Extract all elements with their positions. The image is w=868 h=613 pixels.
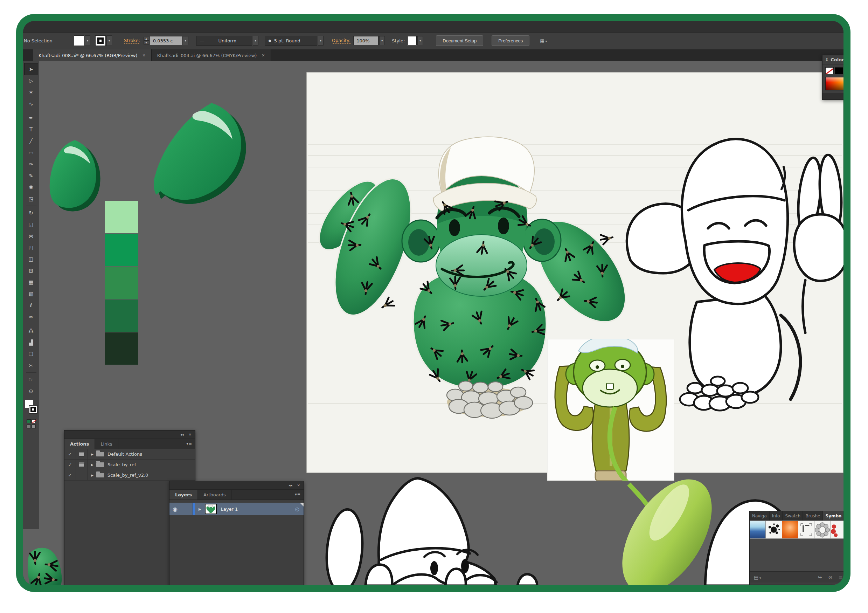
style-swatch[interactable] [408, 36, 417, 45]
dialog-toggle[interactable] [76, 449, 88, 459]
break-link-icon[interactable]: ⊘ [828, 574, 832, 580]
green-swatch-column[interactable] [105, 201, 138, 365]
white-swatch[interactable] [844, 67, 848, 74]
expand-icon[interactable]: ▶ [91, 453, 93, 456]
tab-navigator[interactable]: Naviga [750, 511, 770, 520]
lock-toggle[interactable] [181, 503, 192, 515]
panel-menu-icon[interactable]: ▾≡ [295, 492, 301, 497]
close-panel-icon[interactable]: ✕ [189, 433, 192, 436]
panel-collapse-icon[interactable]: ⇕ [825, 57, 828, 62]
hand-tool[interactable]: ☞ [25, 374, 38, 385]
gradient-tool[interactable]: ▧ [25, 288, 38, 300]
preferences-button[interactable]: Preferences [491, 36, 529, 46]
blend-tool[interactable]: ∞ [25, 311, 38, 323]
pencil-tool[interactable]: ✎ [25, 170, 38, 182]
fill-color-control[interactable]: ▾ [73, 36, 90, 46]
tab-links[interactable]: Links [95, 439, 118, 449]
swatch-green-3[interactable] [105, 267, 138, 299]
free-transform-tool[interactable]: ◰ [25, 242, 38, 253]
symbol-wreath[interactable] [814, 520, 831, 539]
none-button[interactable] [31, 419, 36, 423]
tab-layers[interactable]: Layers [169, 490, 198, 500]
draw-normal-button[interactable] [26, 425, 31, 428]
blob-brush-tool[interactable]: ✺ [25, 182, 38, 193]
line-segment-tool[interactable]: ╱ [25, 135, 38, 147]
place-symbol-icon[interactable]: ↪ [818, 574, 822, 580]
none-swatch[interactable] [825, 67, 834, 74]
expand-icon[interactable]: ▶ [91, 463, 93, 467]
perspective-grid-tool[interactable]: ⊞ [25, 265, 38, 276]
workspace-icon[interactable]: ▦ ▾ [540, 38, 547, 43]
color-spectrum[interactable] [825, 77, 851, 90]
opacity-dropdown-icon[interactable]: ▾ [379, 36, 385, 45]
symbol-ink-splat[interactable] [766, 520, 782, 539]
selection-tool[interactable]: ➤ [25, 64, 38, 75]
symbol-sprayer-tool[interactable]: ⁂ [25, 325, 38, 337]
tab-swatches[interactable]: Swatch [783, 511, 803, 520]
close-panel-icon[interactable]: ✕ [297, 483, 300, 487]
style-control[interactable]: ▾ [408, 36, 423, 45]
paintbrush-tool[interactable]: ✑ [25, 158, 38, 170]
mesh-tool[interactable]: ▦ [25, 276, 38, 288]
draw-mode-row[interactable] [26, 425, 36, 428]
swatch-green-5[interactable] [105, 332, 138, 365]
document-setup-button[interactable]: Document Setup [436, 36, 483, 46]
symbol-library-icon[interactable]: ▤ ▾ [754, 574, 761, 580]
stroke-weight-dropdown-icon[interactable]: ▾ [183, 36, 188, 45]
toggle-check[interactable]: ✓ [64, 449, 76, 459]
opacity-label[interactable]: Opacity: [332, 38, 350, 44]
doc-tab-2[interactable]: Khaftsadi_004.ai @ 66.67% (CMYK/Preview)… [152, 50, 271, 61]
tab-artboards[interactable]: Artboards [198, 490, 232, 500]
stroke-stepper[interactable]: ▲ ▼ [144, 37, 149, 45]
lasso-tool[interactable]: ∿ [25, 98, 38, 110]
target-icon[interactable]: ◎ [295, 506, 299, 512]
dialog-toggle[interactable] [76, 459, 88, 470]
tab-actions[interactable]: Actions [64, 439, 95, 449]
swatch-green-1[interactable] [105, 201, 138, 233]
rotate-tool[interactable]: ↻ [25, 207, 38, 219]
screen-mode-button[interactable] [31, 425, 36, 428]
shape-builder-tool[interactable]: ◫ [25, 253, 38, 265]
stroke-color-control[interactable]: ▾ [95, 36, 112, 46]
collapse-panel-icon[interactable]: ◂◂ [289, 483, 292, 487]
symbol-red-partial[interactable] [831, 520, 843, 539]
visibility-toggle[interactable]: ◉ [169, 503, 181, 515]
doc-tab-2-close-icon[interactable]: ✕ [262, 53, 265, 58]
style-dropdown-icon[interactable]: ▾ [417, 36, 423, 45]
symbol-orange-orb[interactable] [782, 520, 798, 539]
layer-row[interactable]: ◉ ▶ Layer 1 ◎ [169, 503, 304, 515]
width-profile-select[interactable]: — Uniform [196, 36, 252, 45]
black-swatch[interactable] [835, 67, 843, 74]
fill-dropdown-icon[interactable]: ▾ [85, 36, 90, 46]
width-tool[interactable]: ⋈ [25, 230, 38, 242]
brush-dropdown-icon[interactable]: ▾ [318, 36, 324, 45]
opacity-input[interactable]: 100% [353, 36, 378, 45]
slice-tool[interactable]: ✂ [25, 360, 38, 371]
brush-select[interactable]: ● 5 pt. Round [265, 36, 317, 45]
expand-icon[interactable]: ▶ [91, 473, 93, 477]
dialog-toggle[interactable] [76, 470, 88, 480]
stepper-down-icon[interactable]: ▼ [144, 40, 149, 45]
column-graph-tool[interactable]: ▟ [25, 337, 38, 348]
stroke-swatch[interactable] [95, 36, 106, 46]
eraser-tool[interactable]: ◳ [25, 193, 38, 205]
doc-tab-1[interactable]: Khaftsadi_008.ai* @ 66.67% (RGB/Preview)… [33, 50, 152, 61]
action-row[interactable]: ✓ ▶ Default Actions [64, 449, 195, 459]
pen-tool[interactable]: ✒ [25, 112, 38, 124]
doc-tab-1-close-icon[interactable]: ✕ [142, 53, 145, 58]
stroke-label[interactable]: Stroke: [124, 38, 140, 44]
fill-stroke-control[interactable] [24, 400, 38, 418]
action-row[interactable]: ✓ ▶ Scale_by_ref_v2.0 [64, 470, 195, 481]
toggle-check[interactable]: ✓ [64, 470, 76, 480]
color-button[interactable] [26, 419, 31, 423]
layer-expand-icon[interactable]: ▶ [198, 507, 202, 511]
type-tool[interactable]: T [25, 124, 38, 135]
zoom-tool[interactable]: ⊙ [25, 385, 38, 397]
symbol-registration-target[interactable] [798, 520, 814, 539]
tab-brushes[interactable]: Brushe [803, 511, 823, 520]
rectangle-tool[interactable]: ▭ [25, 147, 38, 158]
width-profile-dropdown-icon[interactable]: ▾ [253, 36, 259, 45]
layer-name[interactable]: Layer 1 [221, 506, 295, 512]
eyedropper-tool[interactable]: ℓ [25, 300, 38, 311]
action-row[interactable]: ✓ ▶ Scale_by_ref [64, 459, 195, 470]
